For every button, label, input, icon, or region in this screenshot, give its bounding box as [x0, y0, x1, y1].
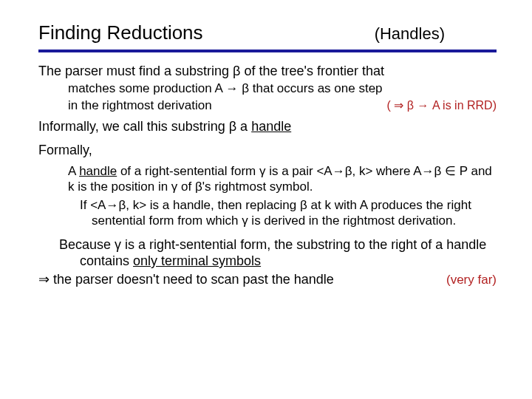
very-far-note: (very far) [446, 272, 497, 287]
line-rightmost-derivation: in the rightmost derivation ( ⇒ β → A is… [68, 98, 497, 113]
line-parser-find: The parser must find a substring β of th… [38, 63, 497, 80]
handle-underline-2: handle [79, 164, 117, 178]
therefore-text: ⇒ the parser doesn't need to scan past t… [38, 271, 334, 288]
formal-def-1: A handle of a right-sentential form γ is… [68, 163, 497, 195]
rrd-note: ( ⇒ β → A is in RRD) [387, 98, 497, 113]
slide: Finding Reductions (Handles) The parser … [0, 0, 532, 302]
line-rightmost-left: in the rightmost derivation [68, 98, 212, 113]
only-terminals-underline: only terminal symbols [133, 253, 261, 268]
line-because: Because γ is a right-sentential form, th… [38, 236, 497, 270]
title-row: Finding Reductions (Handles) [38, 21, 497, 52]
line-formally: Formally, [38, 142, 497, 159]
slide-title: Finding Reductions [38, 21, 203, 45]
slide-subtitle: (Handles) [375, 24, 497, 44]
informally-text: Informally, we call this substring β a [38, 119, 251, 134]
line-matches-production: matches some production A → β that occur… [68, 81, 497, 96]
line-therefore: ⇒ the parser doesn't need to scan past t… [38, 271, 497, 288]
handle-underline: handle [251, 119, 291, 134]
line-informally: Informally, we call this substring β a h… [38, 118, 497, 135]
formal-def-2: If <A→β, k> is a handle, then replacing … [80, 197, 497, 229]
